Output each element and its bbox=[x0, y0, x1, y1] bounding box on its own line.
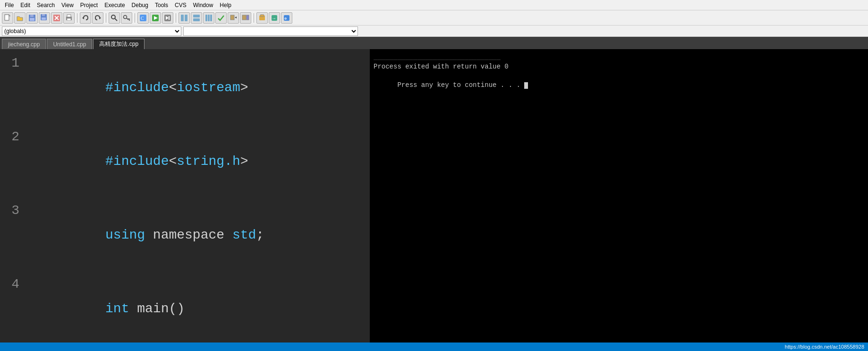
terminal-line2: Press any key to continue . . . bbox=[374, 71, 864, 99]
svg-marker-15 bbox=[99, 17, 101, 19]
line-content-3: using namespace std; bbox=[26, 198, 370, 272]
save-file-button[interactable] bbox=[26, 12, 38, 24]
compile-button[interactable]: C bbox=[137, 12, 149, 24]
svg-text:⊕: ⊕ bbox=[284, 17, 287, 21]
menu-help[interactable]: Help bbox=[217, 1, 234, 9]
code-line-4: 4 int main() bbox=[0, 272, 370, 342]
terminal-line1: Process exited with return value 0 bbox=[374, 62, 864, 72]
redo-button[interactable] bbox=[92, 12, 103, 24]
close-file-button[interactable] bbox=[51, 12, 62, 24]
dropdown-bar: (globals) bbox=[0, 26, 868, 37]
new-file-button[interactable] bbox=[2, 12, 13, 24]
replace-button[interactable] bbox=[121, 12, 132, 24]
sep4 bbox=[176, 13, 176, 23]
code-area[interactable]: 1 #include<iostream> 2 #include<string.h… bbox=[0, 49, 370, 342]
svg-rect-4 bbox=[30, 18, 34, 21]
symbol-dropdown[interactable] bbox=[183, 26, 358, 36]
editor-panel[interactable]: 1 #include<iostream> 2 #include<string.h… bbox=[0, 49, 370, 342]
sep1 bbox=[77, 13, 77, 23]
menu-tools[interactable]: Tools bbox=[152, 1, 171, 9]
sep5 bbox=[254, 13, 254, 23]
svg-rect-30 bbox=[193, 18, 200, 21]
svg-rect-32 bbox=[208, 15, 210, 21]
layout2-button[interactable] bbox=[191, 12, 202, 24]
menu-view[interactable]: View bbox=[59, 1, 77, 9]
svg-rect-7 bbox=[42, 17, 46, 20]
code-line-3: 3 using namespace std; bbox=[0, 198, 370, 272]
save-all-button[interactable] bbox=[39, 12, 50, 24]
svg-rect-33 bbox=[210, 15, 212, 21]
menubar: File Edit Search View Project Execute De… bbox=[0, 0, 868, 10]
tabs-bar: jiecheng.cpp Untitled1.cpp 高精度加法.cpp bbox=[0, 37, 868, 49]
find-button[interactable] bbox=[109, 12, 120, 24]
run-button[interactable] bbox=[150, 12, 161, 24]
menu-execute[interactable]: Execute bbox=[102, 1, 128, 9]
menu-search[interactable]: Search bbox=[34, 1, 58, 9]
menu-edit[interactable]: Edit bbox=[17, 1, 33, 9]
status-url: https://blog.csdn.net/ac108558928 bbox=[785, 344, 864, 350]
tab-untitled1[interactable]: Untitled1.cpp bbox=[47, 39, 92, 49]
svg-point-18 bbox=[124, 15, 127, 18]
line-content-2: #include<string.h> bbox=[26, 125, 370, 198]
print-button[interactable] bbox=[63, 12, 75, 24]
sep2 bbox=[106, 13, 106, 23]
svg-rect-6 bbox=[42, 14, 45, 16]
toolbar: C → ⊕ bbox=[0, 10, 868, 26]
checkmark-button[interactable] bbox=[215, 12, 227, 24]
svg-rect-34 bbox=[230, 15, 234, 20]
svg-rect-29 bbox=[193, 15, 200, 17]
compile-run-button[interactable] bbox=[162, 12, 173, 24]
line-num-2: 2 bbox=[0, 125, 26, 149]
line-content-4: int main() bbox=[26, 272, 370, 342]
layout1-button[interactable] bbox=[179, 12, 190, 24]
tool1-button[interactable] bbox=[256, 12, 268, 24]
terminal-cursor bbox=[524, 82, 528, 89]
menu-cvs[interactable]: CVS bbox=[172, 1, 189, 9]
sep3 bbox=[135, 13, 135, 23]
terminal-separator: ________________________________ bbox=[374, 53, 864, 62]
svg-rect-39 bbox=[260, 15, 264, 17]
line-content-1: #include<iostream> bbox=[26, 51, 370, 125]
svg-rect-0 bbox=[5, 15, 9, 20]
tool2-button[interactable]: → bbox=[269, 12, 280, 24]
step1-button[interactable] bbox=[228, 12, 239, 24]
terminal-panel: ________________________________ Process… bbox=[370, 49, 868, 342]
tab-gaojingdu[interactable]: 高精度加法.cpp bbox=[93, 39, 145, 49]
layout3-button[interactable] bbox=[203, 12, 214, 24]
svg-rect-12 bbox=[67, 15, 71, 17]
tool3-button[interactable]: ⊕ bbox=[281, 12, 292, 24]
main-area: 1 #include<iostream> 2 #include<string.h… bbox=[0, 49, 868, 342]
tab-jiecheng[interactable]: jiecheng.cpp bbox=[2, 39, 46, 49]
menu-window[interactable]: Window bbox=[190, 1, 216, 9]
code-line-2: 2 #include<string.h> bbox=[0, 125, 370, 198]
svg-rect-3 bbox=[30, 15, 34, 17]
svg-rect-28 bbox=[185, 15, 187, 21]
svg-point-16 bbox=[111, 15, 115, 19]
svg-text:C: C bbox=[141, 16, 144, 21]
step2-button[interactable] bbox=[240, 12, 251, 24]
svg-line-17 bbox=[115, 18, 117, 21]
line-num-3: 3 bbox=[0, 198, 26, 223]
svg-rect-31 bbox=[205, 15, 207, 21]
scope-dropdown[interactable]: (globals) bbox=[2, 26, 181, 36]
menu-project[interactable]: Project bbox=[77, 1, 101, 9]
code-line-1: 1 #include<iostream> bbox=[0, 51, 370, 125]
line-num-4: 4 bbox=[0, 272, 26, 297]
svg-rect-37 bbox=[247, 15, 249, 20]
line-num-1: 1 bbox=[0, 51, 26, 76]
svg-marker-35 bbox=[235, 17, 237, 18]
menu-debug[interactable]: Debug bbox=[129, 1, 151, 9]
svg-marker-14 bbox=[82, 17, 84, 19]
svg-rect-13 bbox=[67, 18, 71, 20]
open-file-button[interactable] bbox=[14, 12, 26, 24]
menu-file[interactable]: File bbox=[2, 1, 17, 9]
svg-text:→: → bbox=[272, 16, 275, 21]
svg-rect-27 bbox=[181, 15, 184, 21]
svg-rect-36 bbox=[242, 15, 246, 20]
status-bar: https://blog.csdn.net/ac108558928 bbox=[0, 342, 868, 351]
svg-marker-1 bbox=[9, 15, 10, 16]
undo-button[interactable] bbox=[80, 12, 91, 24]
